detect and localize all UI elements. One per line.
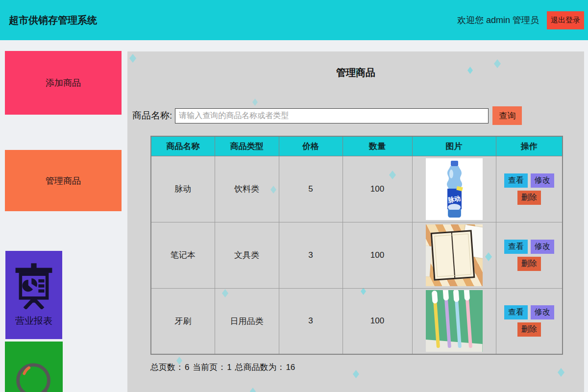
- total-items-value: 16: [286, 363, 295, 372]
- sidebar-item-add-product[interactable]: 添加商品: [5, 51, 122, 115]
- sidebar-manage-label: 管理商品: [46, 175, 81, 187]
- sparkle-decoration: [252, 98, 258, 106]
- view-button[interactable]: 查看: [504, 173, 528, 188]
- goods-table: 商品名称 商品类型 价格 数量 图片 操作 脉动 饮料类 5 100: [150, 136, 563, 355]
- cell-price: 3: [279, 288, 343, 354]
- current-page-label: 当前页：: [193, 363, 226, 372]
- cell-name: 笔记本: [151, 222, 215, 288]
- col-header-image: 图片: [412, 136, 496, 156]
- cell-qty: 100: [343, 288, 412, 354]
- cell-image: [412, 222, 496, 288]
- cell-type: 日用品类: [215, 288, 279, 354]
- page-title: 管理商品: [127, 66, 584, 79]
- welcome-text: 欢迎您 admin 管理员: [457, 14, 539, 26]
- cell-actions: 查看 修改 删除: [496, 222, 563, 288]
- product-image-mizone: 脉动: [426, 158, 483, 220]
- delete-button[interactable]: 删除: [517, 322, 541, 337]
- cell-name: 脉动: [151, 156, 215, 222]
- col-header-qty: 数量: [343, 136, 412, 156]
- col-header-price: 价格: [279, 136, 343, 156]
- sidebar-item-manage-product[interactable]: 管理商品: [5, 150, 122, 211]
- cell-qty: 100: [343, 222, 412, 288]
- edit-button[interactable]: 修改: [531, 240, 554, 254]
- sparkle-decoration: [250, 388, 256, 392]
- table-row: 脉动 饮料类 5 100: [151, 156, 563, 222]
- view-button[interactable]: 查看: [504, 240, 528, 254]
- search-input[interactable]: [175, 108, 489, 123]
- cell-price: 5: [279, 156, 343, 222]
- total-pages-label: 总页数：: [150, 363, 184, 372]
- sidebar-add-label: 添加商品: [46, 77, 81, 89]
- cell-type: 饮料类: [215, 156, 279, 222]
- cell-actions: 查看 修改 删除: [496, 156, 563, 222]
- current-page-value: 1: [227, 363, 231, 372]
- sparkle-decoration: [129, 54, 136, 63]
- edit-button[interactable]: 修改: [531, 173, 554, 188]
- search-bar: 商品名称: 查询: [132, 106, 522, 125]
- cell-image: 脉动: [412, 156, 496, 222]
- cell-qty: 100: [343, 156, 412, 222]
- col-header-type: 商品类型: [215, 136, 279, 156]
- app-header: 超市供销存管理系统 欢迎您 admin 管理员 退出登录: [0, 0, 588, 40]
- sidebar-item-business-report[interactable]: 营业报表: [5, 251, 62, 339]
- pagination-stats: 总页数：6 当前页：1 总商品数为：16: [150, 362, 296, 373]
- cell-actions: 查看 修改 删除: [496, 288, 563, 354]
- app-title: 超市供销存管理系统: [9, 14, 97, 27]
- col-header-action: 操作: [496, 136, 563, 156]
- cell-name: 牙刷: [151, 288, 215, 354]
- cell-image: [412, 288, 496, 354]
- presentation-chart-icon: [13, 263, 55, 312]
- sidebar-report-label: 营业报表: [15, 315, 52, 327]
- col-header-name: 商品名称: [151, 136, 215, 156]
- main-panel: 管理商品 商品名称: 查询 商品名称 商品类型 价格 数量 图片 操作 脉动: [127, 51, 584, 392]
- view-button[interactable]: 查看: [504, 305, 528, 319]
- sparkle-decoration: [353, 370, 359, 378]
- query-button[interactable]: 查询: [492, 106, 522, 125]
- table-header-row: 商品名称 商品类型 价格 数量 图片 操作: [151, 136, 563, 156]
- search-label: 商品名称:: [132, 109, 172, 122]
- table-row: 牙刷 日用品类 3 100 查看 修改: [151, 288, 563, 354]
- logout-button[interactable]: 退出登录: [547, 11, 584, 29]
- product-image-toothbrush: [426, 290, 483, 352]
- cell-type: 文具类: [215, 222, 279, 288]
- delete-button[interactable]: 删除: [517, 257, 541, 271]
- cell-price: 3: [279, 222, 343, 288]
- sparkle-decoration: [558, 368, 564, 377]
- edit-button[interactable]: 修改: [531, 305, 554, 319]
- product-image-notebook: [426, 224, 483, 286]
- sidebar-item-search[interactable]: [5, 342, 63, 392]
- total-items-label: 总商品数为：: [235, 363, 285, 372]
- table-row: 笔记本 文具类 3 100 查看 修改 删除: [151, 222, 563, 288]
- delete-button[interactable]: 删除: [517, 191, 541, 205]
- total-pages-value: 6: [185, 363, 189, 372]
